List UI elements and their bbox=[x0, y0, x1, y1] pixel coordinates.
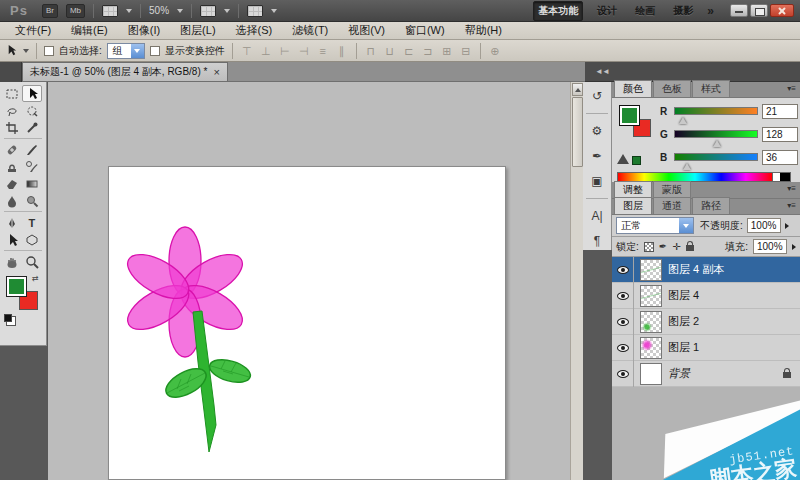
history-panel-icon[interactable]: ↺ bbox=[587, 88, 607, 104]
eraser-tool[interactable] bbox=[2, 175, 22, 192]
dropdown-arrow-icon[interactable] bbox=[679, 218, 693, 233]
layer-name[interactable]: 图层 4 bbox=[668, 288, 699, 303]
red-value-field[interactable]: 21 bbox=[762, 104, 798, 119]
hand-tool[interactable] bbox=[2, 253, 22, 270]
tab-paths[interactable]: 路径 bbox=[692, 197, 730, 214]
workspace-photography-button[interactable]: 摄影 bbox=[669, 2, 697, 20]
gamut-warning-icon[interactable] bbox=[617, 154, 629, 164]
foreground-color-swatch[interactable] bbox=[619, 105, 640, 126]
type-tool[interactable]: T bbox=[22, 214, 42, 231]
distribute-bottom-icon[interactable]: ⊏ bbox=[402, 44, 416, 58]
scrollbar-thumb[interactable] bbox=[572, 97, 583, 167]
eyedropper-tool[interactable] bbox=[22, 119, 42, 136]
menu-filter[interactable]: 滤镜(T) bbox=[283, 22, 337, 39]
collapse-panels-icon[interactable]: ◄◄ bbox=[595, 67, 609, 76]
layer-name[interactable]: 背景 bbox=[668, 366, 690, 381]
screen-mode-icon[interactable] bbox=[247, 5, 263, 17]
green-value-field[interactable]: 128 bbox=[762, 127, 798, 142]
zoom-tool[interactable] bbox=[22, 253, 42, 270]
arrange-documents-icon[interactable] bbox=[102, 5, 118, 17]
align-bottom-icon[interactable]: ⊢ bbox=[278, 44, 292, 58]
fill-field[interactable]: 100% bbox=[753, 239, 787, 254]
menu-edit[interactable]: 编辑(E) bbox=[62, 22, 117, 39]
menu-view[interactable]: 视图(V) bbox=[339, 22, 394, 39]
workspace-design-button[interactable]: 设计 bbox=[593, 2, 621, 20]
tab-channels[interactable]: 通道 bbox=[653, 197, 691, 214]
distribute-vcenter-icon[interactable]: ⊔ bbox=[383, 44, 397, 58]
menu-file[interactable]: 文件(F) bbox=[6, 22, 60, 39]
visibility-toggle[interactable] bbox=[612, 257, 634, 283]
clone-source-panel-icon[interactable]: ▣ bbox=[587, 173, 607, 189]
red-slider[interactable] bbox=[674, 107, 758, 115]
fill-scrubber-icon[interactable] bbox=[792, 244, 796, 250]
layer-name[interactable]: 图层 1 bbox=[668, 340, 699, 355]
align-right-icon[interactable]: ∥ bbox=[335, 44, 349, 58]
bridge-button[interactable]: Br bbox=[42, 4, 58, 18]
lasso-tool[interactable] bbox=[2, 102, 22, 119]
distribute-left-icon[interactable]: ⊐ bbox=[421, 44, 435, 58]
gamut-color-cube[interactable] bbox=[632, 156, 641, 165]
move-tool[interactable] bbox=[22, 85, 42, 102]
layer-thumbnail[interactable] bbox=[640, 259, 662, 281]
menu-layer[interactable]: 图层(L) bbox=[171, 22, 224, 39]
auto-align-layers-icon[interactable]: ⊕ bbox=[488, 44, 502, 58]
view-extras-icon[interactable] bbox=[200, 5, 216, 17]
gradient-tool[interactable] bbox=[22, 175, 42, 192]
layer-thumbnail[interactable] bbox=[640, 337, 662, 359]
layer-row[interactable]: 图层 4 副本 bbox=[612, 257, 800, 283]
blend-mode-dropdown[interactable]: 正常 bbox=[616, 217, 694, 234]
document-tab[interactable]: 未标题-1 @ 50% (图层 4 副本, RGB/8) * × bbox=[22, 62, 228, 81]
red-slider-thumb[interactable] bbox=[679, 117, 687, 124]
layer-thumbnail[interactable] bbox=[640, 363, 662, 385]
layer-name[interactable]: 图层 4 副本 bbox=[668, 262, 724, 277]
distribute-hcenter-icon[interactable]: ⊞ bbox=[440, 44, 454, 58]
brush-tool[interactable] bbox=[22, 141, 42, 158]
tab-adjustments[interactable]: 调整 bbox=[614, 181, 652, 198]
close-button[interactable] bbox=[770, 4, 794, 17]
dropdown-arrow-icon[interactable] bbox=[131, 44, 144, 58]
layer-thumbnail[interactable] bbox=[640, 285, 662, 307]
opacity-scrubber-icon[interactable] bbox=[785, 223, 789, 229]
pen-tool[interactable] bbox=[2, 214, 22, 231]
blur-tool[interactable] bbox=[2, 192, 22, 209]
align-vcenter-icon[interactable]: ⊥ bbox=[259, 44, 273, 58]
panel-menu-icon[interactable]: ▾≡ bbox=[787, 84, 796, 93]
chevron-down-icon[interactable] bbox=[126, 9, 132, 13]
minimize-button[interactable] bbox=[730, 4, 748, 17]
chevron-down-icon[interactable] bbox=[271, 9, 277, 13]
menu-help[interactable]: 帮助(H) bbox=[456, 22, 511, 39]
default-colors-icon[interactable] bbox=[4, 314, 12, 322]
workspace-essentials-button[interactable]: 基本功能 bbox=[533, 1, 583, 21]
layer-row[interactable]: 图层 4 bbox=[612, 283, 800, 309]
opacity-field[interactable]: 100% bbox=[747, 218, 781, 233]
visibility-toggle[interactable] bbox=[612, 309, 634, 335]
quick-selection-tool[interactable] bbox=[22, 102, 42, 119]
panel-menu-icon[interactable]: ▾≡ bbox=[787, 184, 796, 193]
character-panel-icon[interactable]: A| bbox=[587, 208, 607, 224]
scroll-up-arrow-icon[interactable] bbox=[572, 83, 583, 96]
crop-tool[interactable] bbox=[2, 119, 22, 136]
blue-slider[interactable] bbox=[674, 153, 758, 161]
shape-tool[interactable] bbox=[22, 231, 42, 248]
spot-healing-brush-tool[interactable] bbox=[2, 141, 22, 158]
align-top-icon[interactable]: ⊤ bbox=[240, 44, 254, 58]
align-hcenter-icon[interactable]: ≡ bbox=[316, 44, 330, 58]
tool-presets-panel-icon[interactable]: ⚙ bbox=[587, 123, 607, 139]
workspace-overflow-button[interactable]: » bbox=[707, 4, 714, 18]
path-selection-tool[interactable] bbox=[2, 231, 22, 248]
layer-row-background[interactable]: 背景 bbox=[612, 361, 800, 387]
green-slider-thumb[interactable] bbox=[713, 140, 721, 147]
canvas[interactable] bbox=[108, 166, 506, 480]
distribute-top-icon[interactable]: ⊓ bbox=[364, 44, 378, 58]
layer-row[interactable]: 图层 2 bbox=[612, 309, 800, 335]
tab-layers[interactable]: 图层 bbox=[614, 197, 652, 214]
lock-all-icon[interactable] bbox=[686, 245, 694, 251]
restore-button[interactable] bbox=[750, 4, 768, 17]
menu-window[interactable]: 窗口(W) bbox=[396, 22, 454, 39]
panel-menu-icon[interactable]: ▾≡ bbox=[787, 201, 796, 210]
lock-position-icon[interactable]: ✛ bbox=[672, 241, 680, 252]
menu-image[interactable]: 图像(I) bbox=[119, 22, 169, 39]
tool-preset-chevron-icon[interactable] bbox=[23, 49, 29, 53]
dodge-tool[interactable] bbox=[22, 192, 42, 209]
visibility-toggle[interactable] bbox=[612, 361, 634, 387]
